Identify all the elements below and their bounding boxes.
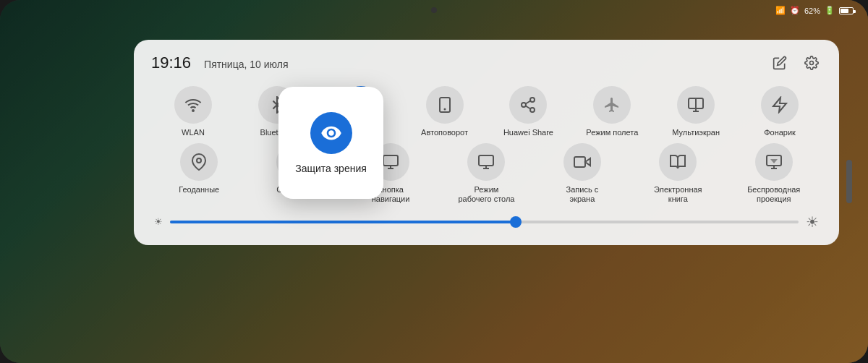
rotate-label: Автоповорот — [421, 128, 468, 137]
location-label: Геоданные — [179, 185, 219, 195]
brightness-high-icon: ☀ — [806, 213, 819, 231]
tile-multiscreen[interactable]: Мультиэкран — [667, 86, 725, 137]
wlan-label: WLAN — [182, 128, 205, 137]
brightness-thumb — [510, 216, 522, 228]
location-icon — [180, 143, 218, 181]
side-button[interactable] — [846, 160, 852, 203]
edit-button[interactable] — [770, 53, 790, 73]
multiscreen-label: Мультиэкран — [672, 128, 720, 137]
multiscreen-icon — [677, 86, 715, 124]
svg-point-8 — [530, 108, 535, 112]
status-bar: 📶 ⏰ 62% 🔋 — [775, 6, 854, 15]
ebook-label: Электронная книга — [649, 185, 707, 204]
battery-percent: 62% — [804, 7, 820, 15]
projection-icon — [755, 143, 793, 181]
alarm-status-icon: ⏰ — [790, 6, 800, 15]
battery-icon: 🔋 — [825, 6, 835, 15]
panel-date: Пятница, 10 июля — [204, 59, 288, 70]
tile-huawei-share[interactable]: Huawei Share — [499, 86, 557, 137]
tile-flashlight[interactable]: Фонарик — [751, 86, 809, 137]
tablet-frame: 📶 ⏰ 62% 🔋 19:16 Пятница, 10 июля — [0, 0, 868, 363]
quick-settings-panel: 19:16 Пятница, 10 июля — [134, 40, 839, 245]
svg-rect-21 — [479, 155, 493, 166]
brightness-slider[interactable] — [170, 221, 799, 223]
brightness-row: ☀ ☀ — [151, 213, 822, 231]
eye-protection-popup[interactable]: Защита зрения — [278, 87, 383, 199]
svg-point-1 — [192, 110, 194, 111]
svg-point-6 — [530, 98, 535, 102]
svg-point-7 — [522, 103, 526, 107]
ebook-icon — [659, 143, 697, 181]
tile-airplane[interactable]: Режим полета — [583, 86, 641, 137]
tile-screen-record[interactable]: Запись с экрана — [553, 143, 611, 204]
rotate-icon — [426, 86, 464, 124]
panel-time: 19:16 — [151, 54, 191, 72]
svg-rect-25 — [574, 157, 585, 167]
tile-rotate[interactable]: Автоповорот — [416, 86, 474, 137]
svg-point-16 — [197, 158, 201, 163]
tile-wlan[interactable]: WLAN — [164, 86, 222, 137]
huawei-share-label: Huawei Share — [503, 128, 553, 137]
svg-line-10 — [526, 101, 531, 104]
screen-record-label: Запись с экрана — [553, 185, 611, 204]
eye-protection-icon — [310, 112, 352, 154]
desktop-label: Режим рабочего стола — [457, 185, 515, 204]
panel-header: 19:16 Пятница, 10 июля — [151, 53, 822, 73]
screen-record-icon — [563, 143, 601, 181]
camera-notch — [431, 7, 437, 13]
brightness-fill — [170, 221, 516, 223]
flashlight-icon — [761, 86, 799, 124]
battery-bar — [839, 7, 854, 14]
settings-button[interactable] — [801, 53, 822, 73]
tile-ebook[interactable]: Электронная книга — [649, 143, 707, 204]
svg-rect-18 — [383, 155, 398, 166]
desktop-icon — [467, 143, 505, 181]
airplane-icon — [593, 86, 631, 124]
tiles-row-2: Геоданные Скриншот — [151, 143, 822, 204]
tile-projection[interactable]: Беспроводная проекция — [745, 143, 803, 204]
brightness-low-icon: ☀ — [154, 216, 163, 227]
huawei-share-icon — [509, 86, 547, 124]
tile-location[interactable]: Геоданные — [170, 143, 228, 204]
eye-protection-label: Защита зрения — [295, 163, 367, 174]
flashlight-label: Фонарик — [764, 128, 796, 137]
svg-marker-15 — [773, 98, 786, 112]
wlan-icon — [174, 86, 212, 124]
svg-marker-24 — [585, 158, 590, 166]
panel-header-actions — [770, 53, 822, 73]
tile-desktop[interactable]: Режим рабочего стола — [457, 143, 515, 204]
tiles-row-1: WLAN Bluetooth — [151, 86, 822, 137]
airplane-label: Режим полета — [586, 128, 638, 137]
svg-line-9 — [526, 106, 531, 109]
projection-label: Беспроводная проекция — [745, 185, 803, 204]
svg-point-0 — [810, 61, 814, 65]
wifi-status-icon: 📶 — [775, 6, 786, 15]
